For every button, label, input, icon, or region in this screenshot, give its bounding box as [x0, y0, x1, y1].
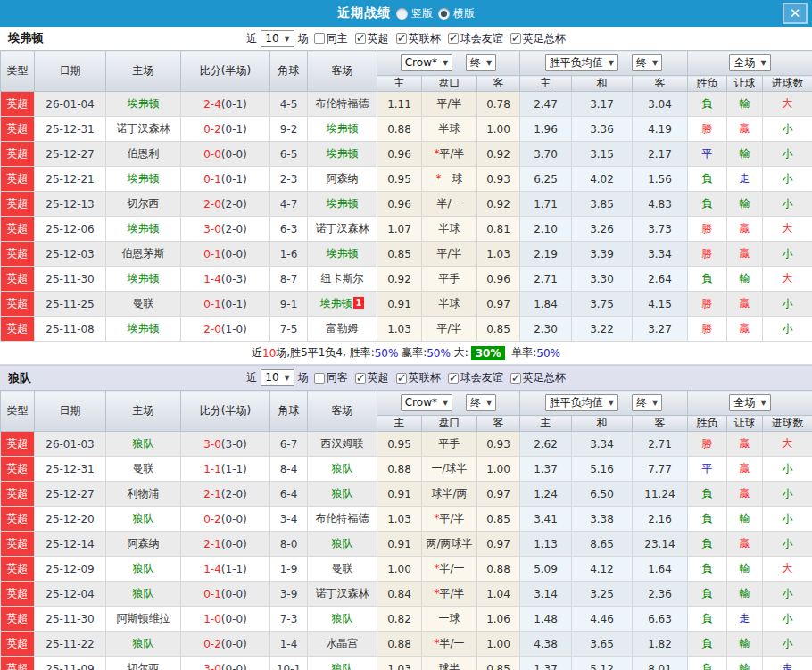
away-team: 纽卡斯尔	[308, 267, 377, 292]
team1-rounds-select[interactable]: 10 ▼	[261, 30, 294, 47]
team2-comp2-checkbox[interactable]	[396, 373, 407, 384]
team2-comp3-checkbox[interactable]	[448, 373, 459, 384]
team2-comp4-checkbox[interactable]	[510, 373, 521, 384]
avg-draw: 3.65	[572, 632, 633, 657]
summary-segment: 30%	[471, 346, 506, 360]
odds-handicap: 平手	[422, 267, 477, 292]
match-date: 25-12-14	[35, 532, 106, 557]
match-date: 25-12-04	[35, 582, 106, 607]
col-avg-away: 客	[633, 76, 688, 92]
team2-same-venue-checkbox[interactable]	[314, 373, 325, 384]
team1-comp2-checkbox[interactable]	[396, 33, 407, 44]
avg-draw: 3.25	[572, 582, 633, 607]
result-goals: 小	[763, 192, 812, 217]
result-handicap: 贏	[727, 242, 763, 267]
match-row: 英超 25-12-21 埃弗顿 0-1(0-1) 2-3 阿森纳 0.95 *一…	[1, 167, 812, 192]
scope-select[interactable]: 全场▼	[729, 54, 770, 71]
odds-away: 0.85	[477, 657, 520, 670]
away-team: 布伦特福德	[308, 507, 377, 532]
radio-vertical-layout[interactable]: 竖版	[396, 6, 433, 21]
summary-segment: 50%	[375, 347, 399, 360]
match-score: 2-0(2-0)	[181, 192, 270, 217]
radio-selected-icon[interactable]	[438, 8, 450, 20]
away-team: 曼联	[308, 557, 377, 582]
odds-final-select[interactable]: 终▼	[466, 54, 496, 71]
corner-score: 6-5	[270, 142, 308, 167]
odds-away: 0.88	[477, 557, 520, 582]
home-team: 埃弗顿	[106, 92, 181, 117]
corner-score: 9-2	[270, 117, 308, 142]
result-goals: 大	[763, 217, 812, 242]
col-result: 胜负	[688, 416, 727, 432]
corner-score: 9-1	[270, 292, 308, 317]
close-button[interactable]: ✕	[783, 3, 808, 24]
result-handicap: 輸	[727, 92, 763, 117]
corner-score: 1-9	[270, 557, 308, 582]
result-handicap: 輸	[727, 192, 763, 217]
chevron-down-icon: ▼	[443, 396, 448, 409]
corner-score: 10-1	[270, 657, 308, 670]
odds-home: 0.91	[377, 292, 422, 317]
away-team: 阿森纳	[308, 167, 377, 192]
home-team: 曼联	[106, 457, 181, 482]
close-icon: ✕	[790, 7, 801, 21]
odds-handicap: *平/半	[422, 142, 477, 167]
result-goals: 大	[763, 432, 812, 457]
team1-name: 埃弗顿	[8, 30, 43, 46]
home-team: 埃弗顿	[106, 167, 181, 192]
titlebar: 近期战绩 竖版 横版 ✕	[0, 0, 812, 27]
odds-home: 1.03	[377, 317, 422, 342]
odds-final-select[interactable]: 终▼	[466, 394, 496, 411]
team1-same-venue-checkbox[interactable]	[314, 33, 325, 44]
scope-select[interactable]: 全场▼	[729, 394, 770, 411]
avg-final-select[interactable]: 终▼	[632, 54, 662, 71]
panel-title: 近期战绩	[337, 5, 391, 21]
team2-comp1-checkbox[interactable]	[355, 373, 366, 384]
odds-handicap: 一球	[422, 607, 477, 632]
league-badge: 英超	[1, 457, 35, 482]
avg-home: 1.37	[520, 457, 572, 482]
col-odds-away: 客	[477, 416, 520, 432]
avg-draw: 3.39	[572, 242, 633, 267]
avg-select[interactable]: 胜平负均值▼	[545, 54, 618, 71]
odds-away: 0.92	[477, 192, 520, 217]
avg-away: 11.24	[633, 482, 688, 507]
team1-comp1-checkbox[interactable]	[355, 33, 366, 44]
odds-home: 0.96	[377, 142, 422, 167]
match-score: 0-1(0-0)	[181, 582, 270, 607]
result-outcome: 負	[688, 607, 727, 632]
rank-badge: 1	[353, 297, 365, 309]
avg-final-select[interactable]: 终▼	[632, 394, 662, 411]
radio-icon[interactable]	[396, 8, 408, 20]
avg-home: 2.71	[520, 267, 572, 292]
avg-draw: 3.36	[572, 117, 633, 142]
corner-score: 3-4	[270, 507, 308, 532]
odds-away: 0.97	[477, 482, 520, 507]
avg-away: 2.16	[633, 507, 688, 532]
corner-score: 4-5	[270, 92, 308, 117]
team1-comp4-checkbox[interactable]	[510, 33, 521, 44]
radio-horizontal-layout[interactable]: 横版	[438, 6, 475, 21]
result-handicap: 輸	[727, 507, 763, 532]
col-odds-home: 主	[377, 416, 422, 432]
avg-away: 6.63	[633, 607, 688, 632]
away-team: 狼队	[308, 532, 377, 557]
odds-home: 1.00	[377, 557, 422, 582]
odds-home: 0.85	[377, 242, 422, 267]
avg-select[interactable]: 胜平负均值▼	[545, 394, 618, 411]
result-outcome: 負	[688, 632, 727, 657]
team1-comp3-checkbox[interactable]	[448, 33, 459, 44]
result-outcome: 負	[688, 192, 727, 217]
odds-handicap: *半/一	[422, 632, 477, 657]
home-team: 狼队	[106, 507, 181, 532]
match-row: 英超 26-01-04 埃弗顿 2-4(0-1) 4-5 布伦特福德 1.11 …	[1, 92, 812, 117]
team2-rounds-select[interactable]: 10 ▼	[261, 369, 294, 386]
avg-away: 3.27	[633, 317, 688, 342]
col-odds-away: 客	[477, 76, 520, 92]
odds-source-select[interactable]: Crow*▼	[401, 54, 452, 71]
col-odds-home: 主	[377, 76, 422, 92]
odds-source-select[interactable]: Crow*▼	[401, 394, 452, 411]
away-team: 狼队	[308, 607, 377, 632]
match-row: 英超 25-12-20 狼队 0-2(0-0) 3-4 布伦特福德 1.03 *…	[1, 507, 812, 532]
match-row: 英超 25-12-31 诺丁汉森林 0-2(0-1) 9-2 埃弗顿 0.88 …	[1, 117, 812, 142]
